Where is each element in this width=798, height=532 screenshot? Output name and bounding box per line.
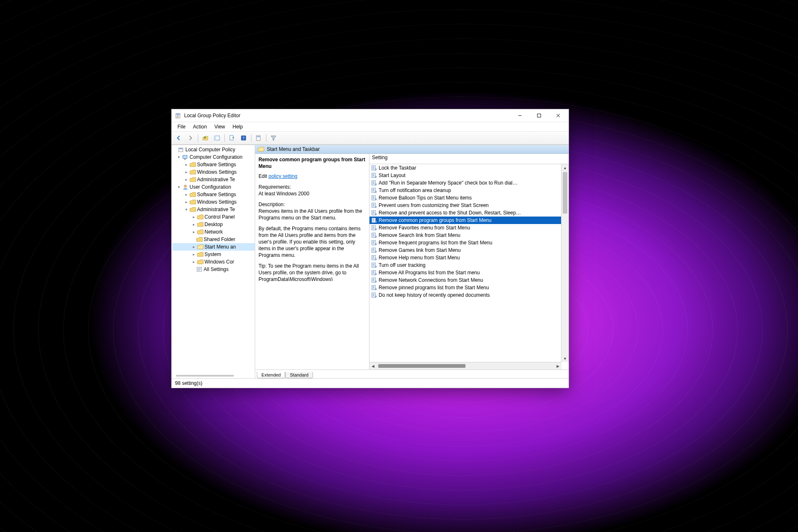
requirements-value: At least Windows 2000 — [259, 191, 309, 197]
settings-list-item[interactable]: Remove Games link from Start Menu — [369, 246, 569, 254]
tree-item[interactable]: ▸Software Settings — [172, 161, 255, 168]
scroll-up-icon[interactable]: ▲ — [562, 164, 569, 171]
chevron-down-icon[interactable]: ▾ — [184, 206, 189, 213]
settings-list-item-label: Start Layout — [379, 172, 406, 179]
settings-list-item[interactable]: Turn off notification area cleanup — [369, 187, 569, 194]
scrollbar-thumb[interactable] — [563, 172, 567, 214]
properties-icon[interactable] — [253, 133, 264, 143]
settings-list-item-label: Turn off user tracking — [379, 261, 426, 269]
chevron-right-icon[interactable]: ▸ — [184, 198, 189, 206]
settings-list-item[interactable]: Do not keep history of recently opened d… — [369, 291, 569, 299]
scroll-down-icon[interactable]: ▼ — [562, 355, 569, 362]
vertical-scrollbar[interactable]: ▲ ▼ — [561, 164, 569, 362]
settings-list-item[interactable]: Remove pinned programs list from the Sta… — [369, 284, 569, 291]
svg-text:?: ? — [243, 136, 245, 140]
policy-setting-icon — [371, 217, 377, 223]
horizontal-scrollbar[interactable]: ◀ ▶ — [369, 362, 562, 369]
scroll-right-icon[interactable]: ▶ — [554, 362, 562, 369]
settings-list-item[interactable]: Remove common program groups from Start … — [369, 217, 569, 224]
tab-extended[interactable]: Extended — [257, 372, 285, 378]
tree-label: Start Menu an — [204, 243, 236, 251]
export-list-icon[interactable] — [227, 133, 237, 143]
horizontal-scrollbar[interactable] — [176, 375, 234, 377]
settings-list-item[interactable]: Start Layout — [369, 172, 569, 179]
up-folder-icon[interactable] — [200, 133, 211, 143]
settings-list-item[interactable]: Add "Run in Separate Memory Space" check… — [369, 179, 569, 187]
tree-item[interactable]: ▸Windows Cor — [172, 258, 255, 266]
tab-standard[interactable]: Standard — [285, 372, 313, 378]
forward-icon[interactable] — [185, 133, 196, 143]
svg-rect-9 — [257, 136, 260, 137]
settings-list-item[interactable]: Remove Search link from Start Menu — [369, 232, 569, 239]
tree-item[interactable]: ▸Desktop — [172, 221, 255, 228]
tree[interactable]: Local Computer Policy ▾ Computer Configu… — [172, 145, 255, 281]
chevron-right-icon[interactable]: ▸ — [192, 213, 196, 221]
chevron-right-icon[interactable]: ▸ — [184, 168, 189, 176]
folder-icon — [190, 169, 196, 175]
settings-list-pane: Setting Lock the TaskbarStart LayoutAdd … — [369, 154, 569, 369]
settings-list-item[interactable]: Remove Help menu from Start Menu — [369, 254, 569, 261]
tree-item[interactable]: ▸Software Settings — [172, 191, 255, 198]
settings-list-item[interactable]: Remove Network Connections from Start Me… — [369, 276, 569, 284]
tree-item[interactable]: ▸Administrative Te — [172, 176, 255, 183]
settings-list-item[interactable]: Remove All Programs list from the Start … — [369, 269, 569, 276]
tree-item[interactable]: ▸Control Panel — [172, 213, 255, 221]
settings-list[interactable]: Lock the TaskbarStart LayoutAdd "Run in … — [369, 164, 569, 299]
settings-list-item[interactable]: Prevent users from customizing their Sta… — [369, 202, 569, 209]
settings-list-item[interactable]: Remove frequent programs list from the S… — [369, 239, 569, 246]
minimize-button[interactable] — [510, 109, 530, 122]
maximize-button[interactable] — [530, 109, 549, 122]
menu-help[interactable]: Help — [229, 123, 246, 131]
settings-list-item[interactable]: Turn off user tracking — [369, 261, 569, 269]
chevron-right-icon[interactable]: ▸ — [192, 228, 196, 236]
settings-list-item[interactable]: Remove Balloon Tips on Start Menu items — [369, 194, 569, 202]
settings-list-item[interactable]: Remove and prevent access to the Shut Do… — [369, 209, 569, 217]
scrollbar-thumb[interactable] — [378, 364, 466, 368]
chevron-right-icon[interactable]: ▸ — [192, 251, 196, 258]
tree-item[interactable]: ▸Network — [172, 228, 255, 236]
chevron-right-icon[interactable]: ▸ — [192, 258, 196, 266]
policy-setting-icon — [371, 255, 377, 261]
menu-action[interactable]: Action — [190, 123, 210, 131]
tree-item[interactable]: Shared Folder — [172, 236, 255, 243]
tree-item-start-menu-taskbar[interactable]: ▸Start Menu an — [172, 243, 255, 251]
settings-list-item-label: Remove All Programs list from the Start … — [379, 269, 480, 276]
column-header-setting[interactable]: Setting — [369, 154, 569, 164]
chevron-down-icon[interactable]: ▾ — [177, 153, 181, 161]
tree-root[interactable]: Local Computer Policy — [172, 146, 255, 153]
tree-item-user-config[interactable]: ▾ User Configuration — [172, 183, 255, 191]
scroll-left-icon[interactable]: ◀ — [369, 362, 377, 369]
tree-item[interactable]: ▸System — [172, 251, 255, 258]
settings-list-item[interactable]: Lock the Taskbar — [369, 164, 569, 172]
tree-item-all-settings[interactable]: All Settings — [172, 266, 255, 273]
close-button[interactable] — [549, 109, 568, 122]
chevron-right-icon[interactable]: ▸ — [184, 176, 189, 183]
policy-setting-icon — [371, 180, 377, 186]
chevron-right-icon[interactable]: ▸ — [184, 161, 189, 168]
chevron-right-icon[interactable]: ▸ — [192, 221, 196, 228]
policy-setting-icon — [371, 247, 377, 253]
tree-item[interactable]: ▸Windows Settings — [172, 198, 255, 206]
filter-icon[interactable] — [268, 133, 279, 143]
settings-list-item-label: Prevent users from customizing their Sta… — [379, 202, 489, 209]
chevron-down-icon[interactable]: ▾ — [177, 183, 181, 191]
titlebar[interactable]: Local Group Policy Editor — [172, 109, 569, 122]
help-icon[interactable]: ? — [238, 133, 249, 143]
settings-list-item[interactable]: Remove Favorites menu from Start Menu — [369, 224, 569, 232]
back-icon[interactable] — [173, 133, 184, 143]
show-hide-tree-icon[interactable] — [212, 133, 222, 143]
policy-setting-icon — [371, 285, 377, 291]
tree-item[interactable]: ▸Windows Settings — [172, 168, 255, 176]
tree-item-computer-config[interactable]: ▾ Computer Configuration — [172, 153, 255, 161]
svg-rect-4 — [214, 136, 216, 140]
chevron-right-icon[interactable]: ▸ — [184, 191, 189, 198]
tree-item-admin-templates[interactable]: ▾Administrative Te — [172, 206, 255, 213]
policy-setting-icon — [371, 292, 377, 298]
edit-policy-link[interactable]: policy setting — [268, 173, 297, 179]
content-header: Start Menu and Taskbar — [255, 145, 569, 154]
tree-label: Windows Settings — [197, 198, 236, 206]
menu-view[interactable]: View — [211, 123, 229, 131]
chevron-right-icon[interactable]: ▸ — [192, 243, 196, 251]
menu-file[interactable]: File — [174, 123, 189, 131]
folder-icon — [197, 214, 204, 220]
